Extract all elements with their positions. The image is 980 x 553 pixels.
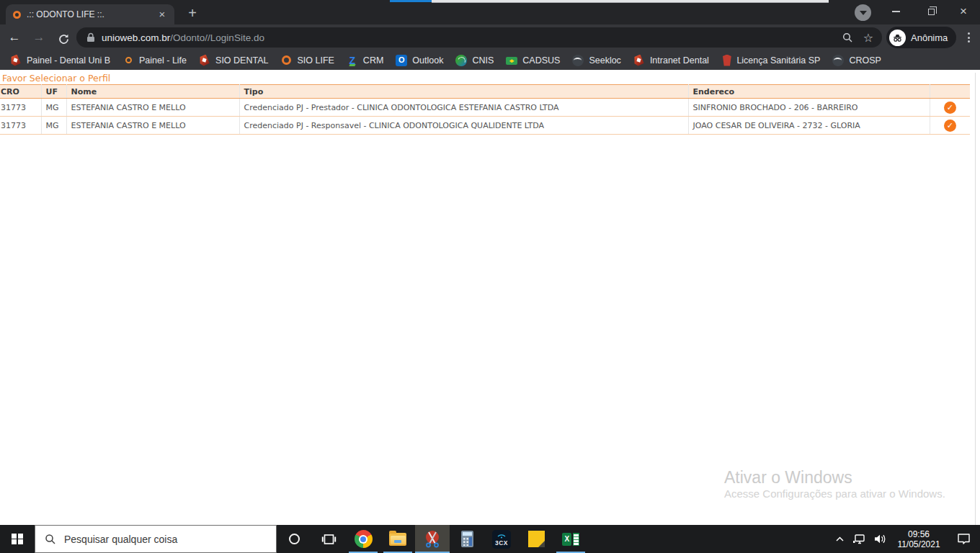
table-row[interactable]: 31773 MG ESTEFANIA CASTRO E MELLO Creden…: [0, 117, 970, 135]
activate-windows-watermark: Ativar o Windows: [724, 468, 852, 487]
bookmark-licenca-sanitaria[interactable]: Licença Sanitária SP: [717, 53, 829, 68]
bookmark-cnis[interactable]: CNIS: [451, 53, 502, 68]
browser-menu-button[interactable]: [960, 29, 977, 46]
bookmarks-bar: Painel - Dental Uni B Painel - Life SIO …: [0, 50, 980, 70]
bookmark-star-button[interactable]: ☆: [863, 31, 873, 45]
col-header-cro: CRO: [0, 85, 41, 99]
search-icon: [45, 534, 56, 545]
tray-network[interactable]: [849, 525, 869, 553]
profile-table: CRO UF Nome Tipo Endereco 31773 MG ESTEF…: [0, 84, 970, 135]
bookmark-painel-life[interactable]: Painel - Life: [118, 53, 195, 68]
chevron-up-icon: [835, 536, 845, 542]
clock-time: 09:56: [897, 529, 940, 539]
cell-uf: MG: [41, 99, 66, 117]
bookmark-cadsus[interactable]: CADSUS: [502, 53, 568, 68]
odonto-favicon-icon: [13, 11, 21, 19]
reload-button[interactable]: [53, 27, 74, 48]
action-center-icon: [957, 533, 971, 545]
page-content: Favor Selecionar o Perfil CRO UF Nome Ti…: [0, 70, 980, 525]
start-button[interactable]: [0, 525, 35, 553]
incognito-profile-chip[interactable]: Anônima: [886, 27, 956, 48]
minimize-button[interactable]: [879, 0, 912, 23]
select-profile-check-icon[interactable]: ✓: [944, 102, 956, 114]
cell-tipo: Credenciado PJ - Responsavel - CLINICA O…: [239, 117, 688, 135]
taskbar-app-snipping-tool[interactable]: [415, 525, 450, 553]
col-header-select: [930, 85, 970, 99]
tab-title: .:: ODONTO LIFE ::.: [27, 9, 156, 19]
url-path: /Odonto//LoginSite.do: [170, 32, 264, 43]
close-window-button[interactable]: ×: [947, 0, 980, 23]
snipping-tool-icon: [423, 530, 442, 549]
bookmark-painel-dental[interactable]: Painel - Dental Uni B: [6, 53, 118, 68]
table-header-row: CRO UF Nome Tipo Endereco: [0, 85, 970, 99]
taskbar-app-calculator[interactable]: [450, 525, 484, 553]
cell-endereco: JOAO CESAR DE OLIVEIRA - 2732 - GLORIA: [688, 117, 930, 135]
cell-cro: 31773: [0, 99, 41, 117]
dark-globe-icon: [832, 55, 844, 66]
green-card-flag-icon: [506, 57, 517, 65]
chevron-down-icon: [860, 11, 867, 15]
dental-ribbon-icon: [633, 55, 645, 66]
taskbar-app-sticky-notes[interactable]: [519, 525, 553, 553]
dental-ribbon-icon: [10, 55, 22, 66]
cell-uf: MG: [41, 117, 66, 135]
url-domain: unioweb.com.br: [102, 32, 170, 43]
bookmark-intranet-dental[interactable]: Intranet Dental: [629, 53, 717, 68]
magnifier-icon: [842, 32, 853, 43]
bookmark-outlook[interactable]: OOutlook: [391, 53, 451, 68]
restore-button[interactable]: [914, 0, 948, 23]
cell-endereco: SINFRONIO BROCHADO - 206 - BARREIRO: [688, 99, 930, 117]
bookmark-seekloc[interactable]: Seekloc: [568, 53, 628, 68]
background-window-edge-light: [432, 0, 829, 3]
chrome-icon: [355, 530, 373, 548]
taskbar-app-file-explorer[interactable]: [380, 525, 415, 553]
tray-clock[interactable]: 09:56 11/05/2021: [891, 525, 947, 553]
taskbar-app-excel[interactable]: X: [553, 525, 588, 553]
search-placeholder: Pesquisar qualquer coisa: [64, 534, 177, 545]
address-bar[interactable]: unioweb.com.br/Odonto//LoginSite.do ☆: [76, 27, 882, 48]
tray-volume[interactable]: [869, 525, 891, 553]
taskbar-search-input[interactable]: Pesquisar qualquer coisa: [35, 525, 277, 553]
cell-tipo: Credenciado PJ - Prestador - CLINICA ODO…: [239, 99, 688, 117]
back-button[interactable]: ←: [4, 27, 24, 48]
dental-ribbon-icon: [199, 55, 210, 66]
bookmark-crosp[interactable]: CROSP: [828, 53, 888, 68]
sticky-notes-icon: [528, 531, 545, 547]
desktop-screen: .:: ODONTO LIFE ::. × + × ← → unioweb.co…: [0, 0, 980, 553]
tab-search-button[interactable]: [855, 4, 871, 21]
dark-globe-icon: [572, 55, 584, 66]
task-view-button[interactable]: [311, 525, 346, 553]
incognito-label: Anônima: [911, 32, 948, 43]
forward-button[interactable]: →: [29, 27, 49, 48]
url-text: unioweb.com.br/Odonto//LoginSite.do: [102, 32, 264, 43]
outlook-icon: O: [396, 55, 407, 66]
tray-show-hidden-icons[interactable]: [830, 525, 849, 553]
taskbar-app-chrome[interactable]: [346, 525, 380, 553]
zoom-page-button[interactable]: [842, 32, 853, 43]
incognito-icon: [889, 30, 906, 46]
cortana-button[interactable]: [277, 525, 311, 553]
minimize-icon: [892, 11, 900, 12]
file-explorer-icon: [389, 533, 406, 546]
new-tab-button[interactable]: +: [182, 4, 203, 23]
bookmark-sio-life[interactable]: SIO LIFE: [276, 53, 342, 68]
excel-icon: X: [562, 533, 579, 546]
col-header-uf: UF: [41, 85, 66, 99]
reload-icon: [58, 33, 70, 45]
windows-logo-icon: [12, 534, 23, 545]
select-profile-check-icon[interactable]: ✓: [944, 120, 956, 132]
cell-nome: ESTEFANIA CASTRO E MELLO: [66, 99, 239, 117]
bookmark-crm[interactable]: ZCRM: [342, 53, 391, 68]
orange-ring-icon: [282, 55, 291, 65]
tab-close-icon[interactable]: ×: [156, 8, 169, 21]
bookmark-sio-dental[interactable]: SIO DENTAL: [195, 53, 276, 68]
cell-cro: 31773: [0, 117, 41, 135]
taskbar-app-3cx[interactable]: 3CX: [484, 525, 519, 553]
table-row[interactable]: 31773 MG ESTEFANIA CASTRO E MELLO Creden…: [0, 99, 970, 117]
browser-tab[interactable]: .:: ODONTO LIFE ::. ×: [6, 4, 174, 24]
action-center-button[interactable]: [947, 525, 980, 553]
orange-ring-small-icon: [125, 57, 132, 63]
cell-nome: ESTEFANIA CASTRO E MELLO: [66, 117, 239, 135]
col-header-tipo: Tipo: [239, 85, 688, 99]
browser-toolbar: ← → unioweb.com.br/Odonto//LoginSite.do …: [0, 24, 980, 50]
